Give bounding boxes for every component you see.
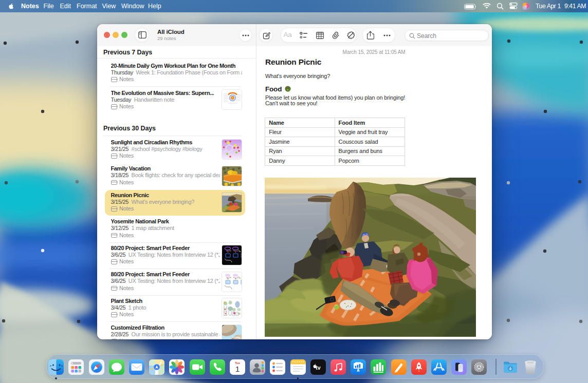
svg-text:DECIDE: DECIDE <box>226 276 231 278</box>
svg-text:DECIDE: DECIDE <box>226 250 231 252</box>
svg-text:Tue: Tue <box>235 361 241 364</box>
svg-text:tv: tv <box>316 364 320 370</box>
svg-text:Pick select: Pick select <box>233 276 240 278</box>
svg-text:1: 1 <box>235 365 240 373</box>
svg-text:Pick select: Pick select <box>233 250 240 252</box>
